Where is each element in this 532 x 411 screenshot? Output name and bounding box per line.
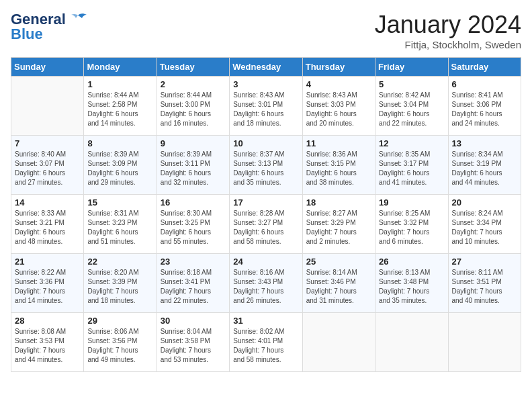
location: Fittja, Stockholm, Sweden <box>375 39 521 50</box>
calendar-cell <box>11 77 84 136</box>
calendar-cell: 20Sunrise: 8:24 AM Sunset: 3:34 PM Dayli… <box>448 195 521 254</box>
calendar-cell: 5Sunrise: 8:42 AM Sunset: 3:04 PM Daylig… <box>375 77 448 136</box>
calendar-cell: 24Sunrise: 8:16 AM Sunset: 3:43 PM Dayli… <box>230 254 302 313</box>
calendar-cell: 13Sunrise: 8:34 AM Sunset: 3:19 PM Dayli… <box>448 136 521 195</box>
col-header-wednesday: Wednesday <box>230 58 302 77</box>
day-number: 14 <box>15 197 80 208</box>
day-number: 25 <box>306 257 371 267</box>
day-info: Sunrise: 8:11 AM Sunset: 3:51 PM Dayligh… <box>452 268 517 306</box>
calendar-header-row: SundayMondayTuesdayWednesdayThursdayFrid… <box>11 58 521 77</box>
calendar-cell <box>375 313 448 372</box>
calendar-cell: 23Sunrise: 8:18 AM Sunset: 3:41 PM Dayli… <box>157 254 229 313</box>
day-number: 10 <box>233 138 298 148</box>
day-info: Sunrise: 8:13 AM Sunset: 3:48 PM Dayligh… <box>379 268 444 306</box>
day-info: Sunrise: 8:41 AM Sunset: 3:06 PM Dayligh… <box>452 91 517 128</box>
day-info: Sunrise: 8:28 AM Sunset: 3:27 PM Dayligh… <box>233 209 298 246</box>
day-number: 9 <box>161 138 226 148</box>
day-info: Sunrise: 8:42 AM Sunset: 3:04 PM Dayligh… <box>379 91 444 128</box>
day-number: 16 <box>161 197 226 208</box>
calendar-week-row: 1Sunrise: 8:44 AM Sunset: 2:58 PM Daylig… <box>11 77 521 136</box>
col-header-monday: Monday <box>84 58 157 77</box>
day-info: Sunrise: 8:43 AM Sunset: 3:01 PM Dayligh… <box>233 91 298 128</box>
day-info: Sunrise: 8:39 AM Sunset: 3:11 PM Dayligh… <box>161 150 226 187</box>
calendar-cell: 31Sunrise: 8:02 AM Sunset: 4:01 PM Dayli… <box>230 313 302 372</box>
day-number: 2 <box>161 79 226 89</box>
calendar-table: SundayMondayTuesdayWednesdayThursdayFrid… <box>11 57 521 372</box>
day-number: 18 <box>306 197 371 208</box>
day-info: Sunrise: 8:25 AM Sunset: 3:32 PM Dayligh… <box>379 209 444 246</box>
day-number: 11 <box>306 138 371 148</box>
day-info: Sunrise: 8:22 AM Sunset: 3:36 PM Dayligh… <box>15 268 80 306</box>
calendar-cell: 30Sunrise: 8:04 AM Sunset: 3:58 PM Dayli… <box>157 313 229 372</box>
day-number: 20 <box>452 197 517 208</box>
calendar-cell: 1Sunrise: 8:44 AM Sunset: 2:58 PM Daylig… <box>84 77 157 136</box>
day-number: 15 <box>87 197 152 208</box>
calendar-cell <box>302 313 375 372</box>
calendar-cell: 19Sunrise: 8:25 AM Sunset: 3:32 PM Dayli… <box>375 195 448 254</box>
col-header-tuesday: Tuesday <box>157 58 229 77</box>
col-header-sunday: Sunday <box>11 58 84 77</box>
title-block: January 2024 Fittja, Stockholm, Sweden <box>375 11 521 50</box>
calendar-cell: 28Sunrise: 8:08 AM Sunset: 3:53 PM Dayli… <box>11 313 84 372</box>
day-info: Sunrise: 8:36 AM Sunset: 3:15 PM Dayligh… <box>306 150 371 187</box>
day-info: Sunrise: 8:33 AM Sunset: 3:21 PM Dayligh… <box>15 209 80 246</box>
logo-bird-icon <box>69 13 87 26</box>
day-number: 30 <box>161 316 226 326</box>
day-info: Sunrise: 8:40 AM Sunset: 3:07 PM Dayligh… <box>15 150 80 187</box>
calendar-cell: 17Sunrise: 8:28 AM Sunset: 3:27 PM Dayli… <box>230 195 302 254</box>
day-info: Sunrise: 8:06 AM Sunset: 3:56 PM Dayligh… <box>87 327 152 365</box>
day-info: Sunrise: 8:14 AM Sunset: 3:46 PM Dayligh… <box>306 268 371 306</box>
day-number: 7 <box>15 138 80 148</box>
calendar-cell: 4Sunrise: 8:43 AM Sunset: 3:03 PM Daylig… <box>302 77 375 136</box>
calendar-cell: 22Sunrise: 8:20 AM Sunset: 3:39 PM Dayli… <box>84 254 157 313</box>
calendar-cell: 14Sunrise: 8:33 AM Sunset: 3:21 PM Dayli… <box>11 195 84 254</box>
day-number: 19 <box>379 197 444 208</box>
calendar-cell: 7Sunrise: 8:40 AM Sunset: 3:07 PM Daylig… <box>11 136 84 195</box>
calendar-cell: 25Sunrise: 8:14 AM Sunset: 3:46 PM Dayli… <box>302 254 375 313</box>
day-info: Sunrise: 8:20 AM Sunset: 3:39 PM Dayligh… <box>87 268 152 306</box>
day-number: 31 <box>233 316 298 326</box>
day-info: Sunrise: 8:24 AM Sunset: 3:34 PM Dayligh… <box>452 209 517 246</box>
col-header-saturday: Saturday <box>448 58 521 77</box>
day-number: 5 <box>379 79 444 89</box>
day-info: Sunrise: 8:39 AM Sunset: 3:09 PM Dayligh… <box>87 150 152 187</box>
calendar-cell: 6Sunrise: 8:41 AM Sunset: 3:06 PM Daylig… <box>448 77 521 136</box>
calendar-cell: 12Sunrise: 8:35 AM Sunset: 3:17 PM Dayli… <box>375 136 448 195</box>
calendar-cell: 27Sunrise: 8:11 AM Sunset: 3:51 PM Dayli… <box>448 254 521 313</box>
day-number: 4 <box>306 79 371 89</box>
day-info: Sunrise: 8:43 AM Sunset: 3:03 PM Dayligh… <box>306 91 371 128</box>
day-number: 22 <box>87 257 152 267</box>
day-info: Sunrise: 8:16 AM Sunset: 3:43 PM Dayligh… <box>233 268 298 306</box>
logo: General Blue <box>11 11 87 43</box>
day-info: Sunrise: 8:37 AM Sunset: 3:13 PM Dayligh… <box>233 150 298 187</box>
day-info: Sunrise: 8:27 AM Sunset: 3:29 PM Dayligh… <box>306 209 371 246</box>
calendar-cell: 10Sunrise: 8:37 AM Sunset: 3:13 PM Dayli… <box>230 136 302 195</box>
day-number: 17 <box>233 197 298 208</box>
calendar-cell: 16Sunrise: 8:30 AM Sunset: 3:25 PM Dayli… <box>157 195 229 254</box>
calendar-cell: 2Sunrise: 8:44 AM Sunset: 3:00 PM Daylig… <box>157 77 229 136</box>
day-number: 26 <box>379 257 444 267</box>
calendar-cell: 29Sunrise: 8:06 AM Sunset: 3:56 PM Dayli… <box>84 313 157 372</box>
day-info: Sunrise: 8:30 AM Sunset: 3:25 PM Dayligh… <box>161 209 226 246</box>
day-number: 6 <box>452 79 517 89</box>
day-number: 27 <box>452 257 517 267</box>
calendar-cell: 11Sunrise: 8:36 AM Sunset: 3:15 PM Dayli… <box>302 136 375 195</box>
day-info: Sunrise: 8:35 AM Sunset: 3:17 PM Dayligh… <box>379 150 444 187</box>
calendar-cell: 3Sunrise: 8:43 AM Sunset: 3:01 PM Daylig… <box>230 77 302 136</box>
day-info: Sunrise: 8:04 AM Sunset: 3:58 PM Dayligh… <box>161 327 226 365</box>
calendar-cell <box>448 313 521 372</box>
calendar-cell: 15Sunrise: 8:31 AM Sunset: 3:23 PM Dayli… <box>84 195 157 254</box>
day-number: 13 <box>452 138 517 148</box>
day-info: Sunrise: 8:31 AM Sunset: 3:23 PM Dayligh… <box>87 209 152 246</box>
day-number: 8 <box>87 138 152 148</box>
day-number: 24 <box>233 257 298 267</box>
calendar-week-row: 21Sunrise: 8:22 AM Sunset: 3:36 PM Dayli… <box>11 254 521 313</box>
day-number: 23 <box>161 257 226 267</box>
day-number: 12 <box>379 138 444 148</box>
day-number: 21 <box>15 257 80 267</box>
col-header-thursday: Thursday <box>302 58 375 77</box>
day-info: Sunrise: 8:44 AM Sunset: 3:00 PM Dayligh… <box>161 91 226 128</box>
month-title: January 2024 <box>375 11 521 39</box>
col-header-friday: Friday <box>375 58 448 77</box>
day-info: Sunrise: 8:34 AM Sunset: 3:19 PM Dayligh… <box>452 150 517 187</box>
